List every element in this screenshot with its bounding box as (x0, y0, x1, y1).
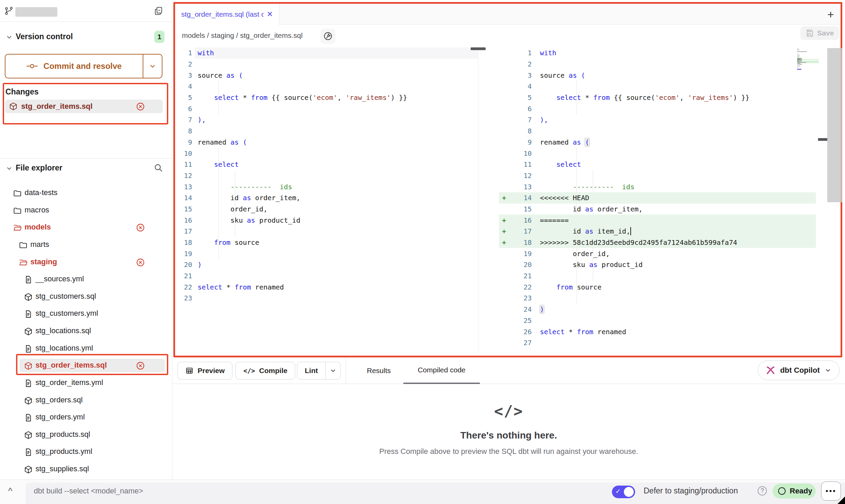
code-line[interactable]: 11 select (175, 159, 478, 170)
more-options-button[interactable]: ••• (821, 481, 841, 501)
preview-button[interactable]: Preview (177, 362, 232, 380)
tab-close-icon[interactable]: ✕ (267, 10, 273, 19)
file-tree-item-stg-products-yml[interactable]: stg_products.yml (0, 445, 172, 459)
file-tree-item-stg-order-items-sql[interactable]: stg_order_items.sql (0, 359, 172, 372)
code-line[interactable]: 15 id as order_item, (499, 204, 816, 215)
file-tree-item-stg-orders-yml[interactable]: stg_orders.yml (0, 411, 172, 424)
file-explorer-collapse-icon[interactable] (5, 165, 13, 172)
copy-files-icon[interactable] (154, 6, 164, 16)
error-x-circle-icon[interactable] (136, 361, 145, 370)
compile-button[interactable]: </> Compile (235, 362, 295, 380)
code-line[interactable]: 2 (499, 59, 816, 70)
branch-name-redacted[interactable] (15, 7, 57, 17)
code-line[interactable]: 20 sku as product_id (499, 259, 816, 270)
file-tree-item--sources-yml[interactable]: __sources.yml (0, 272, 172, 286)
discard-change-icon[interactable] (136, 102, 145, 111)
code-line[interactable]: 19 (175, 248, 478, 259)
code-line[interactable]: 14 id as order_item, (175, 192, 478, 204)
code-line[interactable]: +18>>>>>>> 58c1dd23d5eebd9cd2495fa7124ab… (499, 237, 816, 248)
code-line[interactable]: 27 (499, 337, 816, 349)
code-line[interactable]: 2 (175, 59, 478, 70)
minimap[interactable] (797, 48, 819, 74)
right-pane-scrollbar-thumb[interactable] (818, 138, 827, 141)
code-line[interactable]: 4 (499, 81, 816, 92)
code-line[interactable]: 16 sku as product_id (175, 214, 478, 226)
file-tree-item-stg-locations-yml[interactable]: stg_locations.yml (0, 342, 172, 355)
defer-toggle[interactable]: ✓ (612, 486, 635, 498)
code-line[interactable]: 10 (499, 148, 816, 159)
file-tree-item-marts[interactable]: marts (0, 238, 172, 252)
code-line[interactable]: 6 (499, 103, 816, 114)
save-button[interactable]: Save (800, 26, 839, 40)
git-branch-icon[interactable] (4, 6, 14, 16)
status-ready-badge[interactable]: Ready (773, 484, 816, 499)
code-line[interactable]: 6 (175, 103, 478, 114)
file-tree-item-models[interactable]: models (0, 221, 172, 234)
file-tree-item-stg-customers-sql[interactable]: stg_customers.sql (0, 290, 172, 303)
file-tree-item-data-tests[interactable]: data-tests (0, 186, 172, 200)
code-line[interactable]: 13 ---------- ids (175, 181, 478, 192)
dbt-copilot-button[interactable]: dbt Copilot (758, 360, 840, 380)
file-tree-item-stg-products-sql[interactable]: stg_products.sql (0, 428, 172, 442)
code-line[interactable]: 22 from source (499, 281, 816, 293)
code-line[interactable]: 15 order_id, (175, 204, 478, 215)
code-line[interactable]: 7), (175, 114, 478, 125)
help-icon[interactable]: ? (758, 486, 767, 495)
code-line[interactable]: 8 (499, 125, 816, 137)
code-editor-right-pane[interactable]: 1with23source as (45 select * from {{ so… (499, 47, 816, 349)
file-tree-item-stg-orders-sql[interactable]: stg_orders.sql (0, 394, 172, 407)
code-line[interactable]: 7), (499, 114, 816, 125)
code-line[interactable]: 21 (175, 270, 478, 282)
code-line[interactable]: 5 select * from {{ source('ecom', 'raw_i… (499, 92, 816, 103)
file-tree-item-stg-customers-yml[interactable]: stg_customers.yml (0, 307, 172, 321)
right-pane-scrollbar-track[interactable] (827, 48, 842, 202)
code-line[interactable]: +16======= (499, 214, 816, 226)
commit-and-resolve-button[interactable]: Commit and resolve (5, 54, 162, 78)
code-line[interactable]: 4 (175, 81, 478, 92)
changes-file-row[interactable]: stg_order_items.sql (5, 100, 163, 113)
code-line[interactable]: +17 id as item_id, (499, 226, 816, 237)
code-line[interactable]: 26select * from renamed (499, 326, 816, 337)
code-line[interactable]: 1with (499, 47, 816, 59)
tab-results[interactable]: Results (358, 357, 399, 384)
code-line[interactable]: 3source as ( (499, 70, 816, 81)
code-line[interactable]: +14<<<<<<< HEAD (499, 192, 816, 204)
code-line[interactable]: 23 (175, 293, 478, 304)
code-line[interactable]: 18 from source (175, 237, 478, 248)
code-line[interactable]: 13 ---------- ids (499, 181, 816, 192)
code-line[interactable]: 17 (175, 226, 478, 237)
commit-dropdown-button[interactable] (143, 55, 162, 78)
file-tree-item-stg-supplies-sql[interactable]: stg_supplies.sql (0, 462, 172, 476)
code-line[interactable]: 9renamed as ( (499, 137, 816, 148)
code-line[interactable]: 20) (175, 259, 478, 270)
code-line[interactable]: 12 (499, 170, 816, 181)
tab-stg-order-items[interactable]: stg_order_items.sql (last c... ✕ (175, 4, 280, 25)
error-x-circle-icon[interactable] (136, 258, 145, 267)
code-line[interactable]: 8 (175, 125, 478, 137)
search-icon[interactable] (154, 163, 163, 173)
code-line[interactable]: 25 (499, 315, 816, 326)
file-tree-item-macros[interactable]: macros (0, 204, 172, 217)
left-pane-scrollbar-thumb[interactable] (471, 47, 486, 50)
code-editor-left-pane[interactable]: 1with23source as (45 select * from {{ so… (175, 47, 478, 304)
code-line[interactable]: 21 (499, 270, 816, 282)
code-line[interactable]: 12 (175, 170, 478, 181)
file-tree-item-staging[interactable]: staging (0, 255, 172, 269)
lint-dropdown-icon[interactable] (325, 362, 340, 379)
code-line[interactable]: 1with (175, 47, 478, 59)
code-line[interactable]: 10 (175, 148, 478, 159)
code-line[interactable]: 3source as ( (175, 70, 478, 81)
code-line[interactable]: 5 select * from {{ source('ecom', 'raw_i… (175, 92, 478, 103)
new-tab-button[interactable]: + (823, 7, 838, 21)
lint-button[interactable]: Lint (297, 362, 341, 380)
lineage-icon[interactable] (320, 29, 335, 44)
code-line[interactable]: 9renamed as ( (175, 137, 478, 148)
left-pane-scrollbar-track[interactable] (478, 47, 478, 354)
file-tree-item-stg-order-items-yml[interactable]: stg_order_items.yml (0, 376, 172, 390)
file-tree-item-stg-locations-sql[interactable]: stg_locations.sql (0, 324, 172, 338)
code-line[interactable]: 19 order_id, (499, 248, 816, 259)
code-line[interactable]: 23 (499, 293, 816, 304)
version-control-collapse-icon[interactable] (5, 33, 13, 41)
expand-command-panel-icon[interactable]: ^ (8, 486, 12, 496)
code-line[interactable]: 24) (499, 304, 816, 315)
